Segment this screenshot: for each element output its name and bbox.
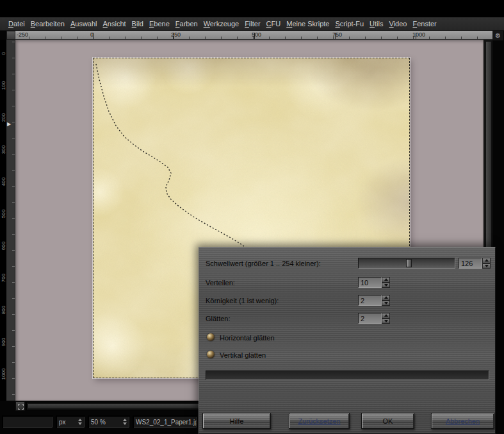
menu-item-filter[interactable]: Filter bbox=[245, 20, 260, 28]
spread-spinner[interactable] bbox=[382, 277, 390, 288]
grain-label: Körnigkeit (1 ist wenig): bbox=[206, 295, 279, 306]
spread-value-field[interactable]: 10 bbox=[358, 277, 382, 288]
v-ruler-label: 500 bbox=[1, 207, 6, 221]
horizontal-ruler[interactable]: -250 0 250 500 750 1000 bbox=[15, 31, 493, 40]
grain-value: 2 bbox=[361, 297, 364, 305]
menu-item-utils[interactable]: Utils bbox=[370, 20, 383, 28]
smooth-value-field[interactable]: 2 bbox=[358, 313, 382, 324]
v-ruler-label: 100 bbox=[1, 79, 6, 93]
spin-up-icon[interactable] bbox=[382, 313, 390, 319]
filename-status: WS2_02_1_Paper1.jp bbox=[133, 415, 197, 428]
spread-label: Verteilen: bbox=[206, 277, 235, 288]
spin-up-icon[interactable] bbox=[482, 258, 491, 263]
menu-item-bild[interactable]: Bild bbox=[132, 20, 143, 28]
menu-item-fenster[interactable]: Fenster bbox=[412, 20, 436, 28]
menu-item-meine-skripte[interactable]: Meine Skripte bbox=[286, 20, 329, 28]
zoom-select[interactable]: 50 % bbox=[88, 415, 130, 428]
cancel-button-label: Abbrechen bbox=[446, 417, 480, 425]
progress-bar bbox=[206, 371, 489, 380]
ok-button[interactable]: OK bbox=[361, 413, 414, 429]
v-ruler-label: 600 bbox=[1, 239, 6, 253]
filename-text: WS2_02_1_Paper1.jp bbox=[136, 419, 197, 426]
v-ruler-label: 400 bbox=[1, 175, 6, 189]
menu-item-farben[interactable]: Farben bbox=[175, 20, 198, 28]
script-fu-dialog: Schwellwert (größer 1 .. 254 kleiner): 1… bbox=[199, 247, 496, 434]
reset-button-label: Zurücksetzen bbox=[298, 417, 340, 425]
unit-spinner-icon[interactable] bbox=[76, 419, 82, 425]
h-ruler-label: 750 bbox=[332, 31, 342, 38]
spin-down-icon[interactable] bbox=[482, 263, 491, 269]
v-ruler-label: 300 bbox=[1, 143, 6, 157]
menu-item-auswahl[interactable]: Auswahl bbox=[70, 20, 97, 28]
unit-value: px bbox=[59, 419, 66, 426]
horizontal-smooth-row: Horizontal glätten bbox=[206, 332, 490, 344]
v-ruler-label: 900 bbox=[1, 335, 6, 349]
menu-item-datei[interactable]: Datei bbox=[8, 20, 25, 28]
menu-item-video[interactable]: Video bbox=[389, 20, 407, 28]
threshold-row: Schwellwert (größer 1 .. 254 kleiner): 1… bbox=[206, 258, 490, 269]
grain-value-field[interactable]: 2 bbox=[358, 295, 382, 306]
spin-up-icon[interactable] bbox=[382, 295, 390, 301]
menu-item-ebene[interactable]: Ebene bbox=[149, 20, 170, 28]
spread-row: Verteilen: 10 bbox=[206, 277, 490, 288]
v-ruler-label: 800 bbox=[1, 303, 6, 317]
menu-item-werkzeuge[interactable]: Werkzeuge bbox=[204, 20, 239, 28]
vertical-smooth-label: Vertikal glätten bbox=[220, 349, 266, 361]
pointer-arrow-icon: ▶ bbox=[7, 122, 11, 127]
menu-item-script-fu[interactable]: Script-Fu bbox=[335, 20, 364, 28]
v-ruler-label: 200 bbox=[1, 111, 6, 125]
h-ruler-label: 0 bbox=[90, 31, 93, 38]
menu-item-cfu[interactable]: CFU bbox=[266, 20, 281, 28]
spin-down-icon[interactable] bbox=[382, 283, 390, 288]
ruler-corner-gear-icon[interactable]: ⚙ bbox=[492, 31, 503, 40]
threshold-value: 126 bbox=[461, 260, 473, 267]
reset-button[interactable]: Zurücksetzen bbox=[289, 413, 350, 429]
vertical-smooth-radio[interactable] bbox=[207, 351, 215, 358]
menu-item-ansicht[interactable]: Ansicht bbox=[103, 20, 126, 28]
grain-row: Körnigkeit (1 ist wenig): 2 bbox=[206, 295, 490, 306]
help-button[interactable]: Hilfe bbox=[202, 413, 271, 429]
menu-bar: Datei Bearbeiten Auswahl Ansicht Bild Eb… bbox=[0, 17, 504, 31]
spin-down-icon[interactable] bbox=[382, 319, 390, 324]
gimp-window: Datei Bearbeiten Auswahl Ansicht Bild Eb… bbox=[0, 0, 504, 434]
threshold-spinner[interactable] bbox=[482, 258, 491, 269]
grain-spinner[interactable] bbox=[382, 295, 390, 306]
vertical-smooth-row: Vertikal glätten bbox=[206, 349, 490, 361]
smooth-row: Glätten: 2 bbox=[206, 313, 490, 324]
smooth-spinner[interactable] bbox=[382, 313, 390, 324]
v-ruler-label: 700 bbox=[1, 271, 6, 285]
help-button-label: Hilfe bbox=[229, 417, 243, 425]
vertical-ruler[interactable] bbox=[6, 40, 15, 401]
spread-value: 10 bbox=[361, 279, 368, 287]
spin-up-icon[interactable] bbox=[382, 277, 390, 283]
horizontal-smooth-label: Horizontal glätten bbox=[220, 332, 275, 344]
threshold-slider[interactable] bbox=[358, 258, 455, 269]
v-ruler-label: 1000 bbox=[1, 367, 6, 381]
threshold-slider-thumb[interactable] bbox=[406, 259, 412, 267]
vertical-ruler-labels: 0 100 200 300 400 500 600 700 800 900 10… bbox=[0, 40, 6, 401]
zoom-spinner-icon[interactable] bbox=[121, 419, 127, 425]
smooth-value: 2 bbox=[361, 315, 364, 322]
pointer-coords-field bbox=[2, 415, 53, 428]
threshold-value-field[interactable]: 126 bbox=[459, 258, 482, 269]
zoom-value: 50 % bbox=[91, 419, 106, 426]
quickmask-toggle[interactable] bbox=[15, 401, 25, 411]
horizontal-smooth-radio[interactable] bbox=[207, 333, 215, 341]
h-ruler-label: 250 bbox=[171, 31, 181, 38]
cancel-button[interactable]: Abbrechen bbox=[431, 413, 494, 429]
ok-button-label: OK bbox=[383, 417, 393, 425]
h-ruler-label: 500 bbox=[252, 31, 261, 38]
menu-item-bearbeiten[interactable]: Bearbeiten bbox=[31, 20, 65, 28]
h-ruler-label: -250 bbox=[17, 31, 28, 38]
spin-down-icon[interactable] bbox=[382, 301, 390, 306]
h-ruler-label: 1000 bbox=[412, 31, 425, 38]
title-bar bbox=[0, 0, 504, 17]
unit-select[interactable]: px bbox=[56, 415, 85, 428]
v-ruler-label: 0 bbox=[1, 47, 6, 61]
smooth-label: Glätten: bbox=[206, 313, 231, 324]
threshold-label: Schwellwert (größer 1 .. 254 kleiner): bbox=[206, 258, 321, 269]
ruler-origin-button[interactable] bbox=[6, 31, 15, 40]
